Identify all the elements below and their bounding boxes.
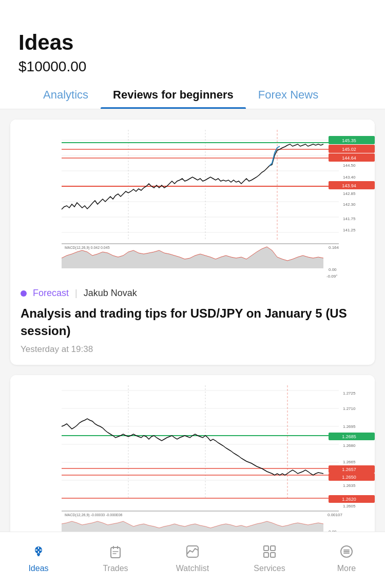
nav-watchlist[interactable]: Watchlist bbox=[154, 532, 231, 588]
svg-text:1.2605: 1.2605 bbox=[343, 504, 356, 508]
content-area: 145.35 145.02 144.64 144.50 143.94 143.4… bbox=[0, 109, 385, 588]
phone-container: Ideas $10000.00 Analytics Reviews for be… bbox=[0, 0, 385, 588]
svg-text:1.2620: 1.2620 bbox=[342, 497, 356, 502]
tab-analytics[interactable]: Analytics bbox=[31, 80, 101, 109]
tab-reviews[interactable]: Reviews for beginners bbox=[101, 80, 246, 109]
svg-text:1.2650: 1.2650 bbox=[342, 475, 356, 480]
bottom-nav: Ideas Trades Watchlist bbox=[0, 532, 385, 588]
svg-text:1.2725: 1.2725 bbox=[343, 391, 356, 396]
nav-trades-label: Trades bbox=[103, 564, 128, 573]
svg-text:144.50: 144.50 bbox=[343, 163, 356, 168]
watchlist-icon bbox=[183, 542, 202, 561]
svg-text:0.00107: 0.00107 bbox=[328, 513, 342, 517]
services-icon bbox=[260, 542, 279, 561]
svg-text:1.2695: 1.2695 bbox=[343, 424, 356, 429]
svg-rect-80 bbox=[264, 546, 268, 551]
card-1-meta: Forecast | Jakub Novak bbox=[21, 288, 364, 299]
svg-text:1.2710: 1.2710 bbox=[343, 406, 356, 411]
svg-text:1.2635: 1.2635 bbox=[343, 483, 356, 488]
nav-services[interactable]: Services bbox=[231, 532, 308, 588]
svg-rect-83 bbox=[271, 553, 275, 557]
forecast-dot bbox=[21, 290, 27, 297]
svg-rect-0 bbox=[10, 120, 375, 279]
header: Ideas $10000.00 bbox=[0, 0, 385, 80]
svg-text:143.94: 143.94 bbox=[342, 183, 356, 188]
more-icon bbox=[337, 542, 356, 561]
svg-text:145.35: 145.35 bbox=[342, 138, 356, 143]
svg-text:1.2665: 1.2665 bbox=[343, 460, 356, 464]
card-1-time: Yesterday at 19:38 bbox=[21, 344, 364, 355]
svg-text:0.164: 0.164 bbox=[329, 245, 339, 250]
card-1-title: Analysis and trading tips for USD/JPY on… bbox=[21, 305, 364, 339]
nav-more[interactable]: More bbox=[308, 532, 385, 588]
tab-forex[interactable]: Forex News bbox=[246, 80, 331, 109]
chart-1: 145.35 145.02 144.64 144.50 143.94 143.4… bbox=[10, 120, 375, 279]
page-title: Ideas bbox=[18, 31, 367, 54]
svg-rect-76 bbox=[111, 547, 120, 558]
svg-text:1.2685: 1.2685 bbox=[342, 434, 356, 439]
svg-text:143.40: 143.40 bbox=[343, 175, 356, 180]
svg-text:141.75: 141.75 bbox=[343, 217, 356, 221]
trades-icon bbox=[106, 542, 125, 561]
article-card-2[interactable]: 1.2725 1.2710 1.2695 1.2685 1.2680 1.266… bbox=[10, 375, 375, 539]
svg-text:MACD(12,26,9) 0.042  0.045: MACD(12,26,9) 0.042 0.045 bbox=[65, 246, 110, 250]
svg-rect-70 bbox=[37, 554, 40, 555]
svg-text:142.85: 142.85 bbox=[343, 191, 356, 196]
nav-more-label: More bbox=[337, 564, 356, 573]
svg-rect-82 bbox=[264, 553, 268, 557]
svg-text:145.02: 145.02 bbox=[342, 147, 356, 152]
nav-trades[interactable]: Trades bbox=[77, 532, 154, 588]
card-1-info: Forecast | Jakub Novak Analysis and trad… bbox=[10, 279, 375, 365]
svg-rect-81 bbox=[271, 546, 275, 551]
ideas-icon bbox=[29, 542, 48, 561]
tab-market[interactable] bbox=[18, 80, 31, 109]
svg-text:144.64: 144.64 bbox=[342, 155, 356, 161]
forecast-label: Forecast bbox=[33, 288, 69, 299]
author-name: Jakub Novak bbox=[84, 288, 137, 299]
meta-divider: | bbox=[75, 288, 78, 299]
svg-text:1.2680: 1.2680 bbox=[343, 443, 356, 448]
chart-2: 1.2725 1.2710 1.2695 1.2685 1.2680 1.266… bbox=[10, 375, 375, 539]
svg-text:0.00: 0.00 bbox=[329, 267, 337, 272]
svg-text:142.30: 142.30 bbox=[343, 202, 356, 207]
nav-ideas-label: Ideas bbox=[28, 564, 48, 573]
svg-rect-71 bbox=[37, 555, 40, 556]
svg-text:MACD(12,26,9) -0.00033  -0.000: MACD(12,26,9) -0.00033 -0.000E06 bbox=[65, 513, 123, 517]
tabs-bar: Analytics Reviews for beginners Forex Ne… bbox=[0, 80, 385, 109]
nav-services-label: Services bbox=[254, 564, 285, 573]
svg-text:1.2657: 1.2657 bbox=[342, 467, 356, 472]
svg-text:141.25: 141.25 bbox=[343, 228, 356, 232]
article-card-1[interactable]: 145.35 145.02 144.64 144.50 143.94 143.4… bbox=[10, 120, 375, 365]
nav-ideas[interactable]: Ideas bbox=[0, 532, 77, 588]
svg-text:-0.09°: -0.09° bbox=[326, 274, 337, 279]
balance-display: $10000.00 bbox=[18, 58, 367, 75]
nav-watchlist-label: Watchlist bbox=[176, 564, 209, 573]
